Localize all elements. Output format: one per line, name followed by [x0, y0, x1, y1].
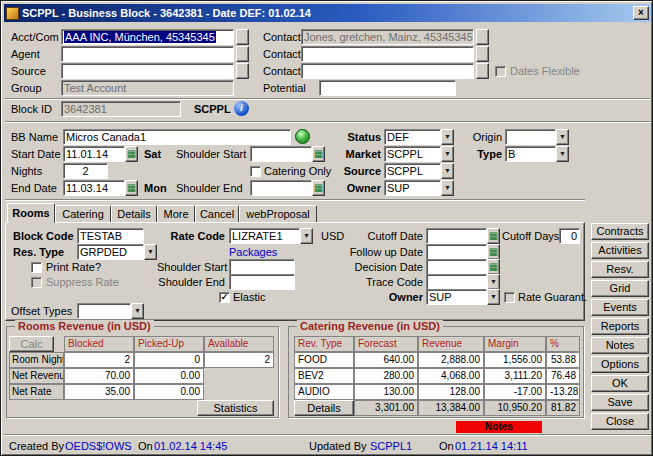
contact2-field[interactable]: [301, 46, 474, 62]
shoulder-end-calendar-icon[interactable]: ▦: [312, 180, 325, 196]
group-field[interactable]: Test Account: [61, 80, 234, 96]
suppress-rate-checkbox[interactable]: [31, 277, 42, 288]
block-id-field[interactable]: 3642381: [61, 101, 181, 117]
rate-guarant-checkbox[interactable]: [504, 292, 515, 303]
rate-code-dropdown-icon[interactable]: ▼: [300, 228, 313, 244]
catering-only-checkbox[interactable]: [250, 166, 261, 177]
options-button[interactable]: Options: [591, 356, 649, 373]
group-label: Group: [11, 80, 42, 96]
elastic-label: Elastic: [233, 289, 265, 305]
print-rate-checkbox[interactable]: [31, 262, 42, 273]
acct-com-lookup-button[interactable]: [236, 29, 249, 45]
bb-name-field[interactable]: Micros Canada1: [63, 129, 291, 145]
notes-button[interactable]: Notes: [591, 337, 649, 354]
offset-types-field[interactable]: [77, 303, 131, 319]
agent-field[interactable]: [61, 46, 234, 62]
source-lookup-button[interactable]: [236, 63, 249, 79]
shoulder-start-field[interactable]: [250, 146, 312, 162]
nights-field[interactable]: 2: [63, 163, 108, 179]
save-button[interactable]: Save: [591, 394, 649, 411]
tab-details[interactable]: Details: [111, 205, 157, 223]
total-cell: 10,950.20: [484, 400, 546, 416]
decision-date-field[interactable]: [426, 259, 487, 275]
market-field[interactable]: SCPPL: [384, 146, 441, 162]
contact1-lookup-button[interactable]: [476, 29, 489, 45]
status-dropdown-icon[interactable]: ▼: [441, 129, 454, 145]
type-dropdown-icon[interactable]: ▼: [556, 146, 569, 162]
shoulder-end-field[interactable]: [250, 180, 312, 196]
total-cell: 81.82: [546, 400, 580, 416]
details-button[interactable]: Details: [294, 400, 354, 416]
type-field[interactable]: B: [505, 146, 556, 162]
potential-field[interactable]: [319, 80, 456, 96]
trace-code-dropdown-icon[interactable]: ▼: [487, 274, 500, 290]
close-button[interactable]: Close: [591, 413, 649, 430]
currency-label: USD: [321, 228, 344, 244]
shoulder-start-label: Shoulder Start: [176, 146, 246, 162]
updated-by-label: Updated By: [309, 438, 366, 454]
follow-up-calendar-icon[interactable]: ▦: [487, 244, 500, 260]
follow-up-date-label: Follow up Date: [348, 244, 423, 260]
origin-field[interactable]: [505, 129, 556, 145]
contact2-lookup-button[interactable]: [476, 46, 489, 62]
source-dropdown-icon[interactable]: ▼: [441, 163, 454, 179]
status-field[interactable]: DEF: [384, 129, 441, 145]
tab-rooms[interactable]: Rooms: [7, 203, 55, 223]
tab-catering[interactable]: Catering: [55, 205, 111, 223]
ok-button[interactable]: OK: [591, 375, 649, 392]
dates-flexible-checkbox[interactable]: [495, 66, 506, 77]
grid-button[interactable]: Grid: [591, 280, 649, 297]
trace-code-field[interactable]: [426, 274, 487, 290]
contact1-field[interactable]: Jones, gretchen, Mainz, 45345345: [301, 29, 474, 45]
follow-up-date-field[interactable]: [426, 244, 487, 260]
owner2-dropdown-icon[interactable]: ▼: [487, 289, 500, 305]
cutoff-days-field[interactable]: 0: [559, 228, 580, 244]
shoulder-start2-label: Shoulder Start: [157, 259, 225, 275]
end-date-calendar-icon[interactable]: ▦: [125, 180, 138, 196]
shoulder-end2-field[interactable]: [229, 274, 295, 290]
cutoff-date-field[interactable]: [426, 228, 487, 244]
acct-com-field[interactable]: AAA INC, München, 45345345: [61, 29, 234, 45]
start-date-calendar-icon[interactable]: ▦: [125, 146, 138, 162]
packages-link[interactable]: Packages: [229, 244, 277, 260]
table-cell: 128.00: [418, 384, 484, 400]
tab-more[interactable]: More: [157, 205, 195, 223]
reports-button[interactable]: Reports: [591, 318, 649, 335]
origin-dropdown-icon[interactable]: ▼: [556, 129, 569, 145]
tab-cancel[interactable]: Cancel: [195, 205, 239, 223]
elastic-checkbox[interactable]: ✓: [219, 292, 230, 303]
owner2-field[interactable]: SUP: [426, 289, 487, 305]
owner-dropdown-icon[interactable]: ▼: [441, 180, 454, 196]
statistics-button[interactable]: Statistics: [197, 400, 274, 416]
market-dropdown-icon[interactable]: ▼: [441, 146, 454, 162]
contact3-field[interactable]: [301, 63, 474, 79]
close-icon[interactable]: ×: [633, 6, 649, 20]
shoulder-start-calendar-icon[interactable]: ▦: [312, 146, 325, 162]
res-type-field[interactable]: GRPDED: [77, 244, 144, 260]
tab-webproposal[interactable]: webProposal: [239, 205, 317, 223]
table-cell: 280.00: [354, 368, 418, 384]
end-date-field[interactable]: 11.03.14: [63, 180, 125, 196]
cutoff-date-calendar-icon[interactable]: ▦: [487, 228, 500, 244]
contact3-lookup-button[interactable]: [476, 63, 489, 79]
decision-date-calendar-icon[interactable]: ▦: [487, 259, 500, 275]
shoulder-start2-field[interactable]: [229, 259, 295, 275]
activities-button[interactable]: Activities: [591, 242, 649, 259]
print-rate-label: Print Rate?: [46, 259, 101, 275]
owner-field[interactable]: SUP: [384, 180, 441, 196]
events-button[interactable]: Events: [591, 299, 649, 316]
rate-code-field[interactable]: LIZRATE1: [229, 228, 300, 244]
globe-icon[interactable]: [295, 129, 310, 144]
created-on-value: 01.02.14 14:45: [154, 438, 227, 454]
info-icon[interactable]: i: [234, 101, 249, 116]
block-code-field[interactable]: TESTAB: [77, 228, 144, 244]
source-field[interactable]: [61, 63, 234, 79]
contracts-button[interactable]: Contracts: [591, 223, 649, 240]
agent-lookup-button[interactable]: [236, 46, 249, 62]
res-type-dropdown-icon[interactable]: ▼: [144, 244, 157, 260]
source2-field[interactable]: SCPPL: [384, 163, 441, 179]
calc-button[interactable]: Calc: [9, 336, 54, 352]
resv-button[interactable]: Resv.: [591, 261, 649, 278]
start-date-field[interactable]: 11.01.14: [63, 146, 125, 162]
offset-types-dropdown-icon[interactable]: ▼: [131, 303, 144, 319]
